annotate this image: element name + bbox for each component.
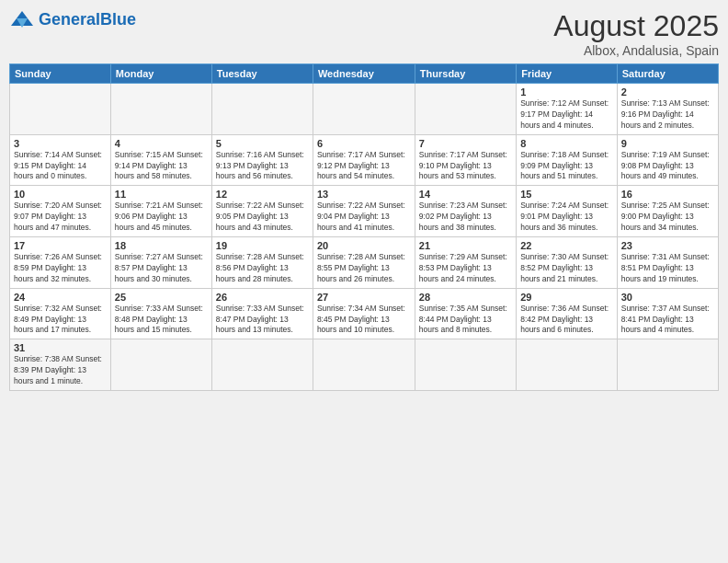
calendar-cell: 14Sunrise: 7:23 AM Sunset: 9:02 PM Dayli… (415, 186, 516, 237)
calendar-cell (313, 339, 415, 391)
calendar-cell: 31Sunrise: 7:38 AM Sunset: 8:39 PM Dayli… (10, 339, 111, 391)
calendar-cell: 11Sunrise: 7:21 AM Sunset: 9:06 PM Dayli… (110, 186, 211, 237)
day-info: Sunrise: 7:15 AM Sunset: 9:14 PM Dayligh… (115, 150, 208, 183)
day-number: 12 (216, 189, 309, 200)
day-info: Sunrise: 7:23 AM Sunset: 9:02 PM Dayligh… (419, 201, 512, 234)
calendar-cell (110, 84, 211, 135)
day-number: 14 (419, 189, 512, 200)
day-info: Sunrise: 7:21 AM Sunset: 9:06 PM Dayligh… (115, 201, 208, 234)
page-header: GeneralBlue August 2025 Albox, Andalusia… (9, 9, 719, 58)
calendar-page: GeneralBlue August 2025 Albox, Andalusia… (0, 0, 728, 563)
day-number: 23 (621, 240, 714, 251)
calendar-cell (415, 84, 516, 135)
calendar-week-4: 17Sunrise: 7:26 AM Sunset: 8:59 PM Dayli… (10, 237, 719, 289)
logo: GeneralBlue (9, 9, 136, 29)
logo-icon (9, 9, 35, 29)
month-title: August 2025 (553, 9, 719, 43)
col-monday: Monday (110, 64, 211, 84)
day-number: 8 (520, 138, 613, 149)
calendar-header-row: Sunday Monday Tuesday Wednesday Thursday… (10, 64, 719, 84)
day-number: 26 (216, 292, 309, 303)
day-info: Sunrise: 7:36 AM Sunset: 8:42 PM Dayligh… (520, 304, 613, 337)
day-number: 7 (419, 138, 512, 149)
calendar-cell: 22Sunrise: 7:30 AM Sunset: 8:52 PM Dayli… (517, 237, 618, 289)
day-number: 21 (419, 240, 512, 251)
day-info: Sunrise: 7:24 AM Sunset: 9:01 PM Dayligh… (520, 201, 613, 234)
logo-text: GeneralBlue (39, 10, 136, 29)
day-number: 17 (14, 240, 107, 251)
day-info: Sunrise: 7:12 AM Sunset: 9:17 PM Dayligh… (520, 98, 613, 132)
day-number: 6 (317, 138, 411, 149)
day-number: 10 (14, 189, 107, 200)
col-wednesday: Wednesday (313, 64, 415, 84)
calendar-cell: 6Sunrise: 7:17 AM Sunset: 9:12 PM Daylig… (313, 134, 415, 186)
col-tuesday: Tuesday (211, 64, 313, 84)
calendar-week-1: 1Sunrise: 7:12 AM Sunset: 9:17 PM Daylig… (10, 84, 719, 135)
day-number: 9 (621, 138, 714, 149)
day-number: 4 (115, 138, 208, 149)
calendar-cell (211, 84, 313, 135)
calendar-cell (617, 339, 718, 391)
calendar-cell: 30Sunrise: 7:37 AM Sunset: 8:41 PM Dayli… (617, 288, 718, 339)
calendar-cell: 24Sunrise: 7:32 AM Sunset: 8:49 PM Dayli… (10, 288, 111, 339)
calendar-cell: 23Sunrise: 7:31 AM Sunset: 8:51 PM Dayli… (617, 237, 718, 289)
calendar-cell: 5Sunrise: 7:16 AM Sunset: 9:13 PM Daylig… (211, 134, 313, 186)
day-number: 3 (14, 138, 107, 149)
calendar-cell: 10Sunrise: 7:20 AM Sunset: 9:07 PM Dayli… (10, 186, 111, 237)
day-number: 28 (419, 292, 512, 303)
day-number: 31 (14, 342, 107, 353)
calendar-cell: 7Sunrise: 7:17 AM Sunset: 9:10 PM Daylig… (415, 134, 516, 186)
calendar-cell: 18Sunrise: 7:27 AM Sunset: 8:57 PM Dayli… (110, 237, 211, 289)
day-info: Sunrise: 7:28 AM Sunset: 8:56 PM Dayligh… (216, 252, 309, 285)
calendar-cell: 12Sunrise: 7:22 AM Sunset: 9:05 PM Dayli… (211, 186, 313, 237)
day-info: Sunrise: 7:26 AM Sunset: 8:59 PM Dayligh… (14, 252, 107, 285)
day-number: 5 (216, 138, 309, 149)
calendar-cell: 26Sunrise: 7:33 AM Sunset: 8:47 PM Dayli… (211, 288, 313, 339)
col-sunday: Sunday (10, 64, 111, 84)
day-info: Sunrise: 7:38 AM Sunset: 8:39 PM Dayligh… (14, 354, 107, 387)
day-info: Sunrise: 7:25 AM Sunset: 9:00 PM Dayligh… (621, 201, 714, 234)
day-number: 16 (621, 189, 714, 200)
location: Albox, Andalusia, Spain (553, 43, 719, 58)
calendar-week-2: 3Sunrise: 7:14 AM Sunset: 9:15 PM Daylig… (10, 134, 719, 186)
day-number: 15 (520, 189, 613, 200)
day-number: 19 (216, 240, 309, 251)
calendar-cell: 15Sunrise: 7:24 AM Sunset: 9:01 PM Dayli… (517, 186, 618, 237)
title-block: August 2025 Albox, Andalusia, Spain (553, 9, 719, 58)
day-info: Sunrise: 7:32 AM Sunset: 8:49 PM Dayligh… (14, 304, 107, 337)
calendar-cell: 1Sunrise: 7:12 AM Sunset: 9:17 PM Daylig… (517, 84, 618, 135)
day-number: 11 (115, 189, 208, 200)
calendar-cell (415, 339, 516, 391)
day-info: Sunrise: 7:13 AM Sunset: 9:16 PM Dayligh… (621, 98, 714, 132)
day-info: Sunrise: 7:30 AM Sunset: 8:52 PM Dayligh… (520, 252, 613, 285)
day-info: Sunrise: 7:17 AM Sunset: 9:12 PM Dayligh… (317, 150, 411, 183)
calendar-cell: 13Sunrise: 7:22 AM Sunset: 9:04 PM Dayli… (313, 186, 415, 237)
calendar-cell: 29Sunrise: 7:36 AM Sunset: 8:42 PM Dayli… (517, 288, 618, 339)
day-info: Sunrise: 7:33 AM Sunset: 8:47 PM Dayligh… (216, 304, 309, 337)
day-number: 2 (621, 86, 714, 98)
day-number: 22 (520, 240, 613, 251)
calendar-table: Sunday Monday Tuesday Wednesday Thursday… (9, 63, 719, 391)
day-number: 20 (317, 240, 411, 251)
logo-blue: Blue (100, 10, 136, 29)
calendar-cell (211, 339, 313, 391)
day-info: Sunrise: 7:28 AM Sunset: 8:55 PM Dayligh… (317, 252, 411, 285)
day-info: Sunrise: 7:35 AM Sunset: 8:44 PM Dayligh… (419, 304, 512, 337)
col-thursday: Thursday (415, 64, 516, 84)
calendar-cell (110, 339, 211, 391)
calendar-cell (313, 84, 415, 135)
calendar-cell: 2Sunrise: 7:13 AM Sunset: 9:16 PM Daylig… (617, 84, 718, 135)
day-info: Sunrise: 7:14 AM Sunset: 9:15 PM Dayligh… (14, 150, 107, 183)
day-number: 27 (317, 292, 411, 303)
day-number: 24 (14, 292, 107, 303)
col-friday: Friday (517, 64, 618, 84)
calendar-cell: 16Sunrise: 7:25 AM Sunset: 9:00 PM Dayli… (617, 186, 718, 237)
calendar-cell: 20Sunrise: 7:28 AM Sunset: 8:55 PM Dayli… (313, 237, 415, 289)
calendar-cell: 25Sunrise: 7:33 AM Sunset: 8:48 PM Dayli… (110, 288, 211, 339)
col-saturday: Saturday (617, 64, 718, 84)
day-info: Sunrise: 7:29 AM Sunset: 8:53 PM Dayligh… (419, 252, 512, 285)
day-info: Sunrise: 7:33 AM Sunset: 8:48 PM Dayligh… (115, 304, 208, 337)
day-info: Sunrise: 7:37 AM Sunset: 8:41 PM Dayligh… (621, 304, 714, 337)
day-number: 13 (317, 189, 411, 200)
day-number: 1 (520, 86, 613, 98)
